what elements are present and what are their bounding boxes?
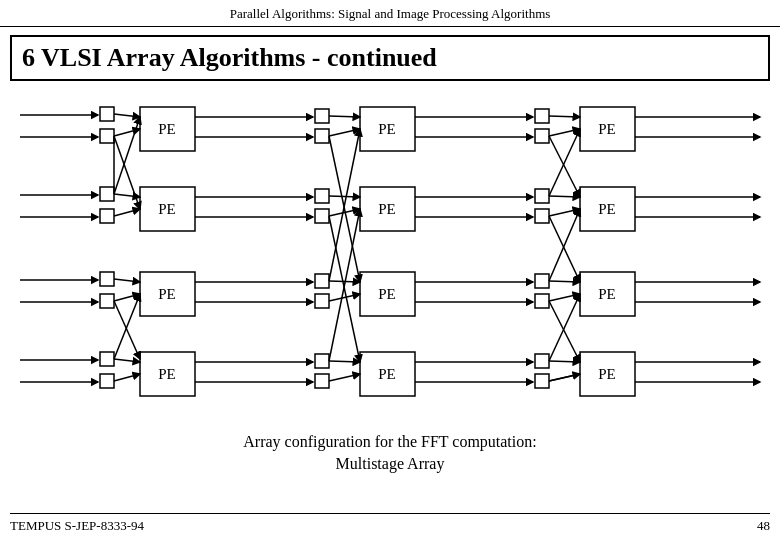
svg-rect-11 — [535, 109, 549, 123]
svg-line-83 — [329, 196, 360, 197]
pe-label-r4c2: PE — [378, 366, 396, 382]
svg-rect-64 — [535, 374, 549, 388]
pe-label-r2c2: PE — [378, 201, 396, 217]
svg-line-87 — [329, 361, 360, 362]
svg-line-104 — [549, 209, 580, 281]
svg-line-103 — [549, 216, 580, 282]
svg-line-97 — [549, 281, 580, 282]
svg-rect-57 — [315, 354, 329, 368]
svg-rect-3 — [100, 129, 114, 143]
svg-rect-62 — [535, 354, 549, 368]
svg-line-82 — [329, 129, 360, 136]
page-header: Parallel Algorithms: Signal and Image Pr… — [0, 0, 780, 27]
svg-rect-40 — [315, 274, 329, 288]
svg-rect-23 — [315, 189, 329, 203]
svg-rect-18 — [100, 187, 114, 201]
svg-line-106 — [549, 294, 580, 361]
svg-rect-47 — [535, 294, 549, 308]
network-diagram: PE PE PE PE PE — [10, 87, 770, 427]
pe-label-r1c2: PE — [378, 121, 396, 137]
caption-line2: Multistage Array — [0, 453, 780, 475]
pe-label-r3c2: PE — [378, 286, 396, 302]
svg-line-68 — [114, 114, 140, 117]
svg-rect-54 — [100, 374, 114, 388]
pe-label-r1c3: PE — [598, 121, 616, 137]
svg-rect-13 — [535, 129, 549, 143]
page-footer: TEMPUS S-JEP-8333-94 48 — [10, 513, 770, 534]
svg-line-86 — [329, 294, 360, 301]
svg-line-75 — [114, 374, 140, 381]
svg-line-73 — [114, 294, 140, 301]
pe-label-r4c3: PE — [598, 366, 616, 382]
svg-line-107 — [549, 374, 580, 381]
pe-label-r4c1: PE — [158, 366, 176, 382]
header-text: Parallel Algorithms: Signal and Image Pr… — [230, 6, 551, 21]
svg-line-81 — [329, 116, 360, 117]
caption: Array configuration for the FFT computat… — [0, 431, 780, 476]
svg-line-71 — [114, 209, 140, 216]
diagram-area: PE PE PE PE PE — [10, 87, 770, 427]
svg-line-88 — [329, 374, 360, 381]
svg-rect-42 — [315, 294, 329, 308]
svg-line-94 — [549, 129, 580, 136]
svg-line-96 — [549, 209, 580, 216]
footer-right: 48 — [757, 518, 770, 534]
svg-rect-1 — [100, 107, 114, 121]
svg-line-98 — [549, 294, 580, 301]
svg-rect-6 — [315, 109, 329, 123]
svg-line-77 — [114, 117, 140, 194]
svg-rect-28 — [535, 189, 549, 203]
svg-line-102 — [549, 129, 580, 196]
svg-rect-52 — [100, 352, 114, 366]
svg-rect-45 — [535, 274, 549, 288]
pe-label-r3c3: PE — [598, 286, 616, 302]
svg-rect-59 — [315, 374, 329, 388]
svg-line-72 — [114, 279, 140, 282]
svg-rect-37 — [100, 294, 114, 308]
svg-line-78 — [114, 136, 140, 209]
svg-line-105 — [549, 301, 580, 362]
svg-rect-25 — [315, 209, 329, 223]
svg-line-99 — [549, 361, 580, 362]
pe-label-r3c1: PE — [158, 286, 176, 302]
svg-line-101 — [549, 136, 580, 197]
svg-line-74 — [114, 359, 140, 362]
footer-left: TEMPUS S-JEP-8333-94 — [10, 518, 144, 534]
caption-line1: Array configuration for the FFT computat… — [0, 431, 780, 453]
pe-label-r2c1: PE — [158, 201, 176, 217]
svg-rect-35 — [100, 272, 114, 286]
svg-rect-8 — [315, 129, 329, 143]
pe-label-r2c3: PE — [598, 201, 616, 217]
svg-line-93 — [549, 116, 580, 117]
slide-title: 6 VLSI Array Algorithms - continued — [10, 35, 770, 81]
svg-line-95 — [549, 196, 580, 197]
svg-rect-30 — [535, 209, 549, 223]
svg-rect-20 — [100, 209, 114, 223]
pe-label-r1c1: PE — [158, 121, 176, 137]
